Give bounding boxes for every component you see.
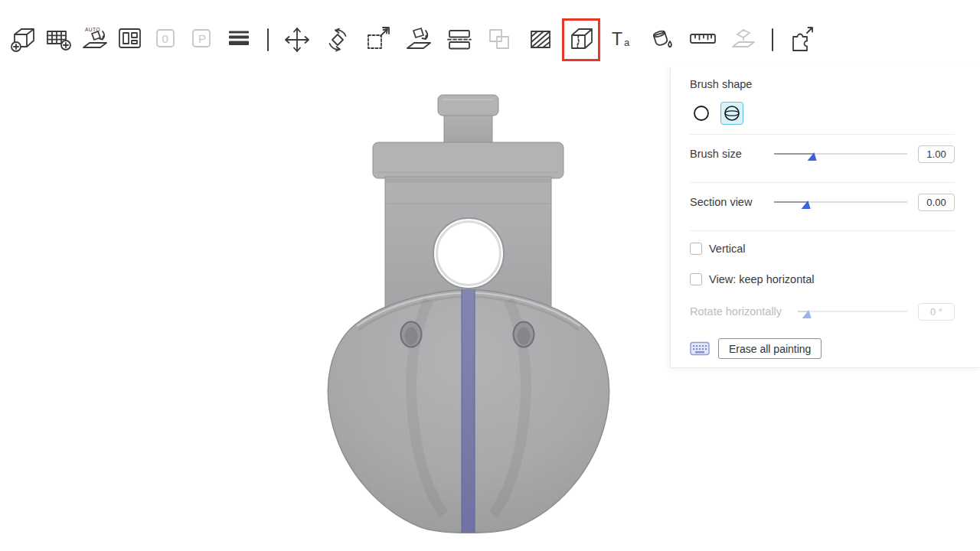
svg-text:T: T [612, 29, 622, 49]
rotate-horizontally-value[interactable]: 0 ° [918, 303, 955, 321]
overlap-squares-icon [485, 24, 515, 55]
brush-shape-sphere-option[interactable] [720, 102, 743, 125]
scale-icon [363, 24, 394, 55]
cabin-window [433, 218, 504, 289]
svg-text:P: P [198, 32, 206, 45]
rotate-button[interactable] [321, 20, 354, 60]
rotate-horizontally-slider[interactable] [798, 304, 907, 319]
brush-size-row: Brush size 1.00 [690, 135, 955, 173]
chimney [438, 95, 498, 145]
panel-divider [690, 230, 955, 231]
seam-painting-panel: Brush shape Brush size 1.00 Section view [670, 67, 980, 368]
zero-tool-button[interactable]: 0 [150, 20, 184, 60]
move-button[interactable] [280, 20, 314, 60]
toolbar-separator [267, 28, 269, 51]
cube-plus-icon [8, 24, 38, 55]
circle-brush-icon [692, 104, 710, 122]
puzzle-arrow-icon [786, 24, 817, 55]
plate-plus-icon [44, 24, 74, 55]
keyboard-shortcut-icon [690, 341, 710, 356]
assembly-view-button[interactable] [727, 20, 760, 60]
section-view-value[interactable]: 0.00 [918, 194, 955, 211]
paint-pour-icon [647, 24, 678, 55]
keep-horizontal-checkbox[interactable] [690, 273, 702, 285]
erase-row: Erase all painting [690, 338, 955, 359]
svg-text:0: 0 [162, 32, 168, 45]
cut-button[interactable] [443, 20, 476, 60]
variable-layer-height-button[interactable] [222, 20, 256, 60]
section-view-row: Section view 0.00 [690, 183, 955, 221]
section-view-slider[interactable] [774, 194, 907, 210]
slider-thumb[interactable] [801, 201, 812, 209]
seam-stripe [462, 284, 475, 544]
keep-horizontal-row: View: keep horizontal [690, 272, 955, 286]
support-painting-button[interactable] [524, 20, 557, 60]
brush-size-label: Brush size [690, 148, 768, 160]
text-Ta-icon: T a [606, 24, 637, 55]
vertical-row: Vertical [690, 242, 955, 256]
toolbar: AUTO 0 P [0, 0, 980, 67]
rotate-icon [322, 24, 353, 55]
slider-fill [774, 153, 814, 155]
brush-shape-label: Brush shape [690, 77, 955, 91]
slider-thumb[interactable] [802, 310, 814, 318]
place-on-face-icon [403, 24, 434, 55]
toolbar-group-plugins [785, 20, 818, 60]
seam-painting-button[interactable] [564, 20, 598, 60]
zero-badge-icon: 0 [152, 24, 182, 55]
brush-size-value[interactable]: 1.00 [918, 145, 955, 163]
auto-orient-icon: AUTO [80, 24, 110, 55]
vertical-label: Vertical [709, 243, 746, 255]
seam-cube-icon [566, 24, 596, 55]
add-plate-button[interactable] [42, 20, 76, 60]
scale-button[interactable] [361, 20, 395, 60]
move-arrows-icon [282, 24, 312, 55]
place-on-face-button[interactable] [402, 20, 436, 60]
vertical-checkbox[interactable] [690, 243, 702, 255]
mesh-boolean-button[interactable] [483, 20, 517, 60]
section-view-label: Section view [690, 196, 768, 208]
cabin-roof [373, 142, 564, 178]
toolbar-separator [772, 28, 773, 51]
measure-button[interactable] [686, 20, 720, 60]
porthole-right [514, 322, 534, 347]
add-object-button[interactable] [6, 20, 40, 60]
ruler-icon [688, 24, 718, 55]
keep-horizontal-label: View: keep horizontal [709, 273, 815, 285]
toolbar-group-plate: AUTO 0 P [6, 20, 256, 60]
rotate-horizontally-label: Rotate horizontally [690, 305, 792, 318]
layers-icon [224, 24, 254, 55]
auto-orient-button[interactable]: AUTO [78, 20, 112, 60]
toolbar-group-tools: T a [280, 20, 760, 60]
color-painting-button[interactable] [645, 20, 679, 60]
p-tool-button[interactable]: P [186, 20, 220, 60]
hatched-square-icon [525, 24, 556, 55]
svg-text:a: a [624, 37, 630, 48]
brush-shape-options [690, 102, 955, 125]
erase-all-painting-button[interactable]: Erase all painting [718, 338, 822, 359]
slider-thumb[interactable] [808, 152, 819, 161]
text-tool-button[interactable]: T a [605, 20, 639, 60]
rotate-horizontally-row: Rotate horizontally 0 ° [690, 302, 955, 321]
cut-icon [444, 24, 475, 55]
p-badge-icon: P [188, 24, 218, 55]
slider-track[interactable] [798, 311, 907, 312]
brush-size-slider[interactable] [774, 146, 907, 161]
assembly-icon [728, 24, 759, 55]
arrange-icon [116, 24, 146, 55]
plugins-button[interactable] [785, 20, 818, 60]
brush-shape-circle-option[interactable] [690, 102, 713, 125]
porthole-left [401, 322, 422, 347]
arrange-button[interactable] [114, 20, 148, 60]
sphere-brush-icon [723, 104, 741, 122]
